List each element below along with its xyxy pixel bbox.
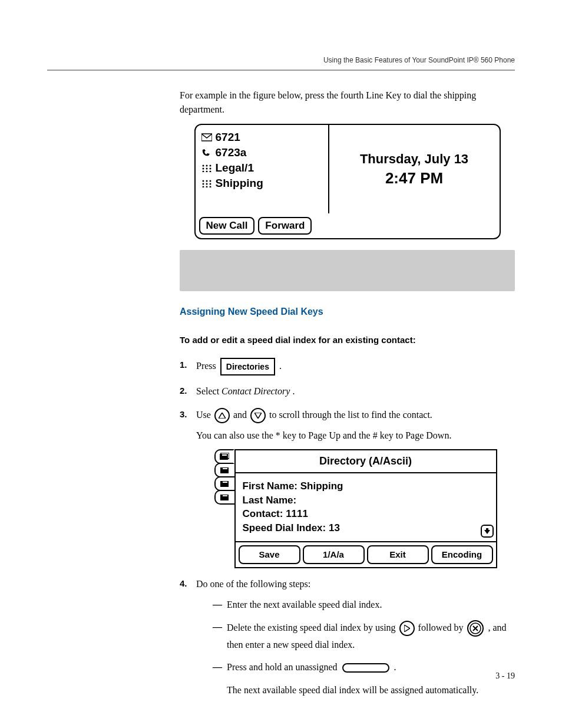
directories-button: Directories [220,358,275,375]
sub-steps: Enter the next available speed dial inde… [196,597,515,697]
line-key-1: 6721 [201,131,322,144]
speed-dial-icon [201,164,212,172]
step-text: Do one of the following steps: [196,579,310,589]
svg-rect-25 [223,482,227,483]
line-key-icon [342,663,389,673]
date-text: Thursday, July 13 [360,151,468,167]
line-label: Legal/1 [216,162,254,174]
sub-step-note: The next available speed dial index will… [227,683,515,698]
sub-step-text: Press and hold an unassigned [227,662,340,672]
step-text: Select [196,386,222,396]
sub-step-text: followed by [418,622,466,633]
up-arrow-key-icon [214,408,230,423]
softkey-exit: Exit [367,545,429,564]
phone-icon [201,149,212,157]
sub-step: Press and hold an unassigned . The next … [213,660,515,698]
directory-title: Directory (A/Ascii) [236,450,496,473]
line-key-column: 6721 6723a Legal/1 [196,125,329,213]
step-text: to scroll through the list to find the c… [269,410,432,420]
svg-point-11 [206,180,207,182]
softkey-new-call: New Call [199,217,255,235]
envelope-icon [201,133,212,141]
scroll-down-icon [481,525,494,538]
step-text: and [233,410,249,420]
page-content: For example in the figure below, press t… [0,0,562,728]
svg-point-18 [209,186,211,188]
tab-icon [214,490,234,505]
speed-dial-icon [201,179,212,187]
step-text: Press [196,361,219,371]
side-tabs [214,449,234,568]
step-text: Use [196,410,213,420]
svg-point-13 [202,183,204,185]
page-number: 3 - 19 [495,671,515,681]
svg-point-7 [202,171,204,173]
note-placeholder-bar [180,250,515,291]
step-text: . [279,361,282,371]
svg-point-9 [209,171,211,173]
line-key-3: Legal/1 [201,162,322,174]
idle-screen-datetime: Thursday, July 13 2:47 PM [329,125,500,213]
step-3: Use and to scroll through the list to fi… [180,407,515,568]
softkey-forward: Forward [258,217,312,235]
time-text: 2:47 PM [385,169,443,187]
procedure-heading: To add or edit a speed dial index for an… [180,335,515,345]
softkey-encoding: Encoding [431,545,493,564]
intro-paragraph: For example in the figure below, press t… [180,88,515,117]
delete-x-key-icon [467,620,484,637]
running-header: Using the Basic Features of Your SoundPo… [323,56,515,64]
svg-point-12 [209,180,211,182]
svg-rect-23 [223,468,227,469]
svg-point-16 [202,186,204,188]
svg-point-1 [202,165,204,167]
svg-point-15 [209,183,211,185]
step-1: Press Directories . [180,358,515,375]
field-speed-dial-index: Speed Dial Index: 13 [243,521,471,535]
step-text: . [292,386,295,396]
field-contact: Contact: 1111 [243,507,471,521]
svg-rect-21 [222,454,227,456]
svg-point-10 [202,180,204,182]
tab-icon [214,449,234,464]
step-4: Do one of the following steps: Enter the… [180,577,515,698]
phone-screen-directory: Directory (A/Ascii) First Name: Shipping… [214,449,497,568]
sub-step: Enter the next available speed dial inde… [213,597,515,612]
svg-point-2 [206,165,207,167]
header-rule [47,70,515,71]
svg-point-14 [206,183,207,185]
phone-screen-idle: 6721 6723a Legal/1 [194,124,501,239]
line-label: 6723a [216,146,247,159]
down-arrow-key-icon [250,408,266,423]
directory-fields: First Name: Shipping Last Name: Contact:… [236,473,478,541]
svg-point-3 [209,165,211,167]
line-key-2: 6723a [201,146,322,159]
sub-step-text: Delete the existing speed dial index by … [227,622,398,633]
svg-point-5 [206,168,207,170]
sub-step: Delete the existing speed dial index by … [213,620,515,653]
sub-step-text: . [394,662,396,672]
softkey-row: Save 1/A/a Exit Encoding [236,541,496,567]
tab-icon [214,463,234,477]
svg-point-4 [202,168,204,170]
menu-item-name: Contact Directory [222,386,290,396]
procedure-steps: Press Directories . Select Contact Direc… [180,358,515,698]
field-first-name: First Name: Shipping [243,479,471,493]
softkey-input-mode: 1/A/a [303,545,365,564]
line-label: 6721 [216,131,240,144]
line-label: Shipping [216,177,263,190]
section-heading: Assigning New Speed Dial Keys [180,307,515,317]
step-note: You can also use the * key to Page Up an… [196,428,515,443]
line-key-4: Shipping [201,177,322,190]
right-arrow-key-icon [399,621,415,636]
step-2: Select Contact Directory . [180,384,515,399]
tab-icon [214,476,234,491]
svg-point-8 [206,171,207,173]
scroll-indicator [478,473,496,541]
svg-point-6 [209,168,211,170]
svg-rect-27 [223,495,227,496]
svg-point-17 [206,186,207,188]
softkey-save: Save [239,545,300,564]
softkey-row: New Call Forward [196,213,500,238]
field-last-name: Last Name: [243,493,471,508]
